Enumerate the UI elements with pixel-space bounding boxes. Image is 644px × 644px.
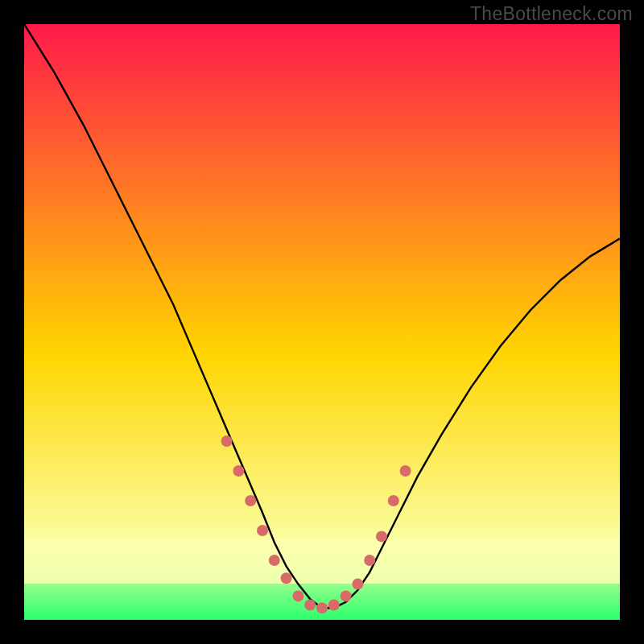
sample-point xyxy=(221,436,233,447)
sample-point xyxy=(281,572,292,584)
chart-frame xyxy=(24,24,620,620)
sample-point xyxy=(233,465,244,477)
sample-point xyxy=(269,555,280,566)
sample-point xyxy=(352,579,363,590)
sample-point xyxy=(388,495,399,506)
sample-point xyxy=(364,555,375,566)
sample-point xyxy=(316,602,328,613)
sample-point xyxy=(304,600,316,611)
sample-point xyxy=(292,590,303,601)
plot-svg xyxy=(24,24,620,620)
yellow-glow-band xyxy=(24,539,620,584)
gradient-background xyxy=(24,24,620,620)
sample-point xyxy=(341,590,352,601)
sample-point xyxy=(328,600,340,611)
sample-point xyxy=(376,530,387,542)
sample-point xyxy=(245,495,256,506)
sample-point xyxy=(400,465,411,477)
sample-point xyxy=(257,525,268,536)
watermark-text: TheBottleneck.com xyxy=(470,3,633,25)
